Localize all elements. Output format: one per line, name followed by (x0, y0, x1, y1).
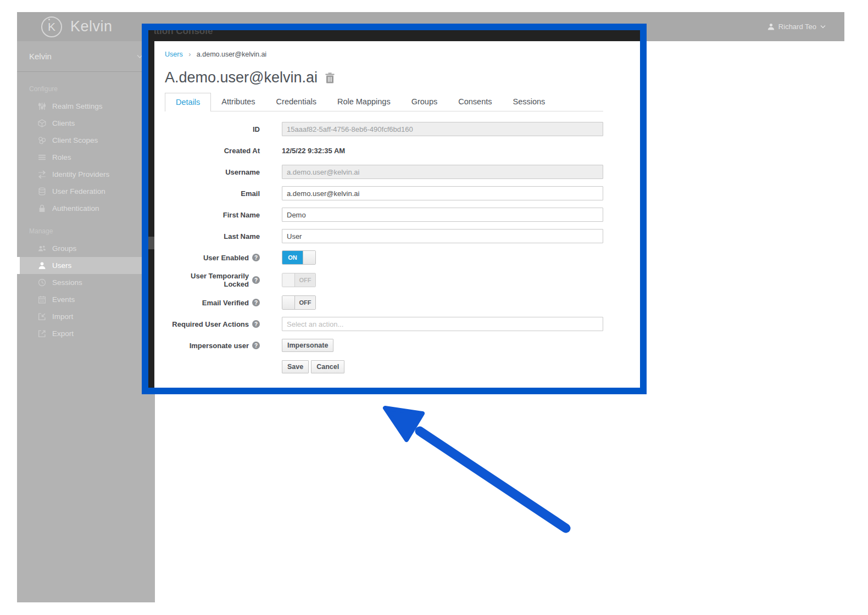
last-name-label: Last Name (165, 232, 260, 241)
breadcrumb-separator: › (188, 51, 191, 58)
email-verified-toggle[interactable]: OFF (282, 295, 316, 310)
calendar-icon (38, 295, 46, 304)
email-field[interactable] (282, 186, 603, 200)
breadcrumb: Users › a.demo.user@kelvin.ai (165, 51, 603, 58)
user-detail-page: Users › a.demo.user@kelvin.ai A.demo.use… (154, 41, 640, 388)
toggle-knob (282, 296, 295, 309)
form-row-username: Username (165, 165, 603, 179)
toggle-off-label: OFF (295, 273, 315, 287)
brand-name: Kelvin (70, 18, 113, 35)
created-at-value: 12/5/22 9:32:35 AM (282, 147, 345, 155)
form-row-id: ID (165, 122, 603, 136)
help-icon: ? (252, 254, 260, 261)
form-row-last-name: Last Name (165, 229, 603, 243)
user-menu[interactable]: Richard Teo (767, 23, 826, 31)
cube-icon (38, 119, 46, 127)
sliders-icon (38, 102, 46, 110)
inset-clipped-sidebar (148, 30, 154, 388)
cancel-button[interactable]: Cancel (311, 360, 344, 373)
username-field (282, 165, 603, 179)
help-icon: ? (252, 320, 260, 328)
users-icon (38, 244, 46, 253)
sidebar-section-manage: Manage Groups Users Sessions Events Impo… (17, 217, 155, 342)
sidebar-item-clients[interactable]: Clients (17, 115, 155, 132)
impersonate-button[interactable]: Impersonate (282, 339, 333, 352)
tab-bar: Details Attributes Credentials Role Mapp… (165, 93, 603, 111)
form-row-first-name: First Name (165, 208, 603, 222)
form-row-user-enabled: User Enabled? ON (165, 250, 603, 265)
required-user-actions-select[interactable] (282, 317, 603, 331)
zoom-inset-panel: ation Console Users › a.demo.user@kelvin… (142, 24, 647, 394)
email-verified-label: Email Verified (202, 299, 249, 307)
breadcrumb-current: a.demo.user@kelvin.ai (197, 51, 266, 58)
user-temporarily-locked-label: User Temporarily Locked (165, 272, 249, 288)
tab-credentials[interactable]: Credentials (266, 93, 327, 111)
sidebar-item-export[interactable]: Export (17, 325, 155, 342)
sidebar-item-authentication[interactable]: Authentication (17, 200, 155, 217)
sidebar-item-label: User Federation (52, 187, 105, 195)
toggle-on-label: ON (282, 251, 303, 264)
user-temporarily-locked-toggle: OFF (282, 273, 316, 287)
form-row-required-user-actions: Required User Actions? (165, 317, 603, 331)
id-field (282, 122, 603, 136)
form-row-impersonate: Impersonate user? Impersonate (165, 338, 603, 353)
user-icon (38, 261, 46, 270)
sidebar-item-identity-providers[interactable]: Identity Providers (17, 166, 155, 183)
sidebar-item-label: Realm Settings (52, 102, 103, 110)
inset-sidebar-active-sliver (148, 237, 154, 249)
page-title: A.demo.user@kelvin.ai (165, 69, 318, 86)
user-details-form: ID Created At 12/5/22 9:32:35 AM Usernam… (165, 122, 603, 374)
realm-selector[interactable]: Kelvin (17, 41, 155, 72)
save-button[interactable]: Save (282, 360, 309, 373)
sidebar-item-label: Client Scopes (52, 136, 98, 144)
help-icon: ? (252, 342, 260, 349)
form-row-created-at: Created At 12/5/22 9:32:35 AM (165, 143, 603, 158)
form-row-email: Email (165, 186, 603, 200)
user-enabled-toggle[interactable]: ON (282, 250, 316, 265)
first-name-field[interactable] (282, 208, 603, 222)
clock-icon (38, 278, 46, 287)
sidebar-item-client-scopes[interactable]: Client Scopes (17, 132, 155, 149)
clipped-navbar-text: ation Console (151, 30, 213, 37)
last-name-field[interactable] (282, 229, 603, 243)
tab-consents[interactable]: Consents (448, 93, 502, 111)
form-row-user-temporarily-locked: User Temporarily Locked? OFF (165, 272, 603, 288)
first-name-label: First Name (165, 211, 260, 219)
tab-sessions[interactable]: Sessions (502, 93, 555, 111)
help-icon: ? (252, 276, 260, 284)
tab-groups[interactable]: Groups (401, 93, 448, 111)
breadcrumb-users-link[interactable]: Users (165, 51, 183, 58)
tab-details[interactable]: Details (165, 93, 211, 111)
sidebar-item-users[interactable]: Users (17, 257, 155, 274)
form-actions: SaveCancel (165, 360, 603, 374)
created-at-label: Created At (165, 147, 260, 155)
export-icon (38, 329, 46, 338)
scopes-icon (38, 136, 46, 144)
sidebar-item-groups[interactable]: Groups (17, 240, 155, 257)
kelvin-logo-icon: K (41, 16, 62, 37)
tab-attributes[interactable]: Attributes (211, 93, 265, 111)
sidebar-item-label: Groups (52, 244, 76, 253)
email-label: Email (165, 189, 260, 198)
toggle-off-label: OFF (295, 296, 315, 309)
sidebar-item-sessions[interactable]: Sessions (17, 274, 155, 291)
sidebar-item-label: Export (52, 329, 74, 338)
id-label: ID (165, 125, 260, 133)
sidebar-item-events[interactable]: Events (17, 291, 155, 308)
sidebar-item-realm-settings[interactable]: Realm Settings (17, 98, 155, 115)
sidebar-item-label: Import (52, 312, 73, 321)
sidebar-item-import[interactable]: Import (17, 308, 155, 325)
delete-user-icon[interactable] (325, 72, 335, 83)
user-enabled-label: User Enabled (203, 254, 249, 262)
arrows-icon (38, 170, 46, 178)
sidebar-item-label: Authentication (52, 204, 99, 213)
sidebar-item-roles[interactable]: Roles (17, 149, 155, 166)
sidebar-section-configure: Configure Realm Settings Clients Client … (17, 72, 155, 217)
impersonate-user-label: Impersonate user (190, 342, 249, 350)
realm-name: Kelvin (29, 52, 52, 61)
section-label: Configure (17, 85, 155, 98)
toggle-knob (303, 251, 315, 264)
sidebar-item-user-federation[interactable]: User Federation (17, 183, 155, 200)
tab-role-mappings[interactable]: Role Mappings (327, 93, 401, 111)
sidebar-item-label: Events (52, 295, 75, 304)
